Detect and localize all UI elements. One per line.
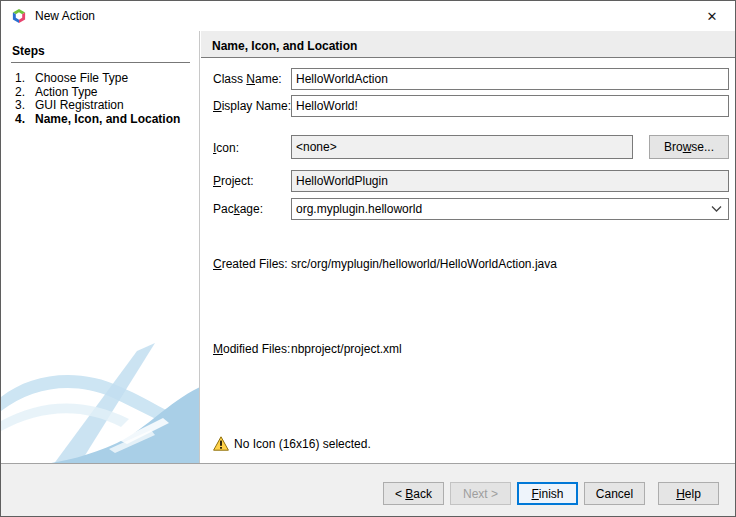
back-button[interactable]: < Back	[383, 482, 444, 505]
display-name-input[interactable]	[291, 95, 729, 117]
package-combobox[interactable]	[291, 198, 729, 220]
project-field	[291, 170, 729, 192]
class-name-input[interactable]	[291, 68, 729, 90]
window-title: New Action	[35, 9, 95, 23]
steps-sidebar: Steps 1.Choose File Type 2.Action Type 3…	[1, 31, 200, 465]
created-files-value: src/org/myplugin/helloworld/HelloWorldAc…	[291, 257, 557, 271]
cancel-button[interactable]: Cancel	[584, 482, 645, 505]
package-label: Package:	[213, 202, 263, 216]
form-panel: Class Name: Display Name: Icon: Browse..…	[201, 58, 735, 463]
step-item-3: 3.GUI Registration	[15, 98, 195, 112]
icon-label: Icon:	[213, 141, 239, 155]
steps-divider	[11, 62, 190, 63]
warning-text: No Icon (16x16) selected.	[234, 437, 371, 451]
steps-heading: Steps	[12, 44, 45, 58]
modified-files-value: nbproject/project.xml	[291, 342, 402, 356]
step-item-2: 2.Action Type	[15, 85, 195, 99]
button-bar: < Back Next > Finish Cancel Help	[1, 463, 735, 516]
package-input[interactable]	[291, 198, 729, 220]
new-action-wizard-dialog: New Action ✕ Steps 1.Choose File Type 2.…	[0, 0, 736, 517]
step-item-4-current: 4.Name, Icon, and Location	[15, 112, 195, 126]
modified-files-label: Modified Files:	[213, 342, 290, 356]
project-label: Project:	[213, 174, 254, 188]
close-button[interactable]: ✕	[689, 1, 735, 31]
browse-button[interactable]: Browse...	[649, 135, 729, 159]
wizard-watermark-graphic	[1, 335, 200, 465]
display-name-label: Display Name:	[213, 99, 291, 113]
class-name-label: Class Name:	[213, 72, 282, 86]
next-button: Next >	[450, 482, 511, 505]
netbeans-logo-icon	[11, 8, 27, 24]
panel-title: Name, Icon, and Location	[212, 39, 357, 53]
created-files-label: Created Files:	[213, 257, 288, 271]
step-item-1: 1.Choose File Type	[15, 71, 195, 85]
help-button[interactable]: Help	[658, 482, 719, 505]
warning-icon	[213, 436, 229, 451]
panel-header: Name, Icon, and Location	[201, 31, 735, 58]
close-icon: ✕	[707, 9, 718, 24]
finish-button[interactable]: Finish	[517, 482, 578, 505]
icon-path-field	[291, 135, 633, 159]
chevron-down-icon[interactable]	[711, 205, 722, 213]
title-bar: New Action ✕	[1, 1, 735, 31]
